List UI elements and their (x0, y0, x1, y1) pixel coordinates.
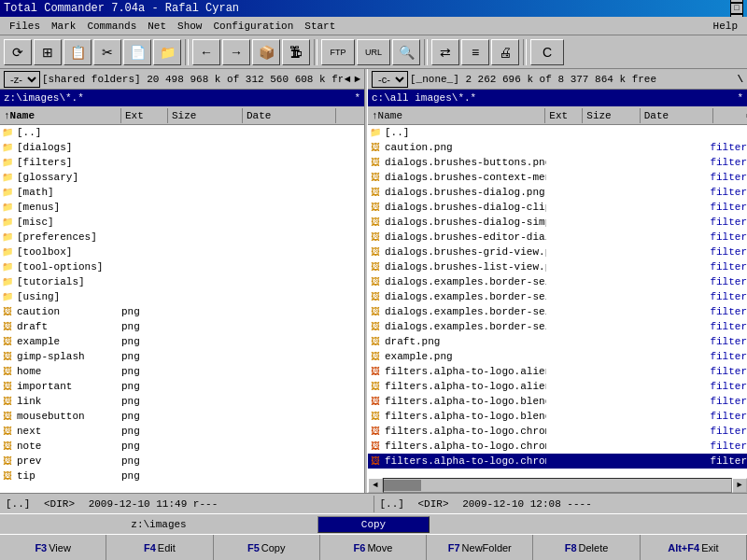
list-item[interactable]: 📁 [preferences] (0, 230, 364, 245)
list-item[interactable]: 📁 [toolbox] (0, 245, 364, 259)
toolbar-right[interactable]: → (222, 39, 250, 65)
right-col-date-header[interactable]: Date (641, 108, 714, 123)
list-item[interactable]: 🖼 draft.png filter (368, 334, 747, 349)
list-item[interactable]: 🖼 filters.alpha-to-logo.chrome-offs100.j… (368, 439, 747, 454)
list-item[interactable]: 🖼 dialogs.brushes-context-menu.png filte… (368, 170, 747, 185)
toolbar-print[interactable]: 🖨 (491, 39, 519, 65)
list-item[interactable]: 🖼 filters.alpha-to-logo.alien-neon-optio… (368, 379, 747, 394)
scroll-right-arrow[interactable]: ► (732, 478, 747, 493)
list-item[interactable]: 🖼 caution png (0, 304, 364, 319)
list-item[interactable]: 🖼 filters.alpha-to-logo.chrome.jpg filte… (368, 424, 747, 439)
toolbar-back[interactable]: ⟳ (4, 39, 32, 65)
list-item[interactable]: 🖼 gimp-splash png (0, 349, 364, 364)
list-item[interactable]: 🖼 filters.alpha-to-logo.blended.jpg filt… (368, 394, 747, 409)
fkey-delete-button[interactable]: F8Delete (533, 535, 640, 560)
help-button[interactable]: Help (708, 19, 743, 34)
list-item[interactable]: 🖼 example png (0, 334, 364, 349)
scroll-thumb[interactable] (384, 480, 421, 491)
list-item[interactable]: 🖼 dialogs.brushes-editor-dialog.png filt… (368, 230, 747, 245)
list-item[interactable]: 🖼 tip png (0, 469, 364, 483)
list-item[interactable]: 🖼 dialogs.examples.border-selection-lock… (368, 319, 747, 334)
list-item[interactable]: 🖼 draft png (0, 319, 364, 334)
list-item[interactable]: 🖼 dialogs.examples.border-selection-lock… (368, 304, 747, 319)
list-item[interactable]: 🖼 dialogs.brushes-dialog-simple.png filt… (368, 215, 747, 230)
list-item[interactable]: 🖼 mousebutton png (0, 409, 364, 424)
right-h-scrollbar[interactable]: ◄ ► (368, 478, 747, 493)
list-item[interactable]: 🖼 filters.alpha-to-logo.chrome-offs25.jp… (368, 454, 747, 469)
list-item[interactable]: 🖼 link png (0, 394, 364, 409)
menu-start[interactable]: Start (299, 19, 341, 34)
list-item[interactable]: 🖼 next png (0, 424, 364, 439)
fkey-view-button[interactable]: F3View (0, 535, 106, 560)
list-item[interactable]: 📁 [glossary] (0, 170, 364, 185)
toolbar-grid[interactable]: ⊞ (34, 39, 62, 65)
list-item[interactable]: 📁 [math] (0, 185, 364, 200)
list-item[interactable]: 📁 [misc] (0, 215, 364, 230)
left-file-list[interactable]: 📁 [..] 📁 [dialogs] 📁 [filters] 📁 [glossa… (0, 125, 364, 493)
list-item[interactable]: 🖼 dialogs.brushes-buttons.png filter (368, 155, 747, 170)
list-item[interactable]: 🖼 caution.png filter (368, 140, 747, 155)
toolbar-copy[interactable]: 📋 (63, 39, 92, 65)
left-col-ext-header[interactable]: Ext (121, 108, 168, 123)
right-col-size-header[interactable]: Size (583, 108, 640, 123)
list-item[interactable]: 🖼 important png (0, 379, 364, 394)
left-drive-select[interactable]: -z- (4, 71, 40, 88)
toolbar-url[interactable]: URL (357, 39, 390, 65)
list-item[interactable]: 📁 [tutorials] (0, 274, 364, 289)
toolbar-new[interactable]: 📄 (123, 39, 151, 65)
toolbar-refresh[interactable]: C (530, 39, 564, 65)
right-path-star[interactable]: * (737, 92, 743, 104)
scroll-left-arrow[interactable]: ◄ (368, 478, 383, 493)
toolbar-pack[interactable]: 📦 (252, 39, 280, 65)
list-item[interactable]: 📁 [..] (0, 125, 364, 140)
right-col-extra-header[interactable] (713, 114, 747, 118)
list-item[interactable]: 🖼 filters.alpha-to-logo.blended-options.… (368, 409, 747, 424)
menu-commands[interactable]: Commands (81, 19, 142, 34)
left-nav-right[interactable]: ► (354, 74, 360, 85)
right-drive-select[interactable]: -c- (372, 71, 408, 88)
list-item[interactable]: 🖼 filters.alpha-to-logo.alien-neon.jpg f… (368, 364, 747, 379)
list-item[interactable]: 🖼 dialogs.brushes-list-view.png filter (368, 259, 747, 274)
fkey-move-button[interactable]: F6Move (320, 535, 427, 560)
list-item[interactable]: 🖼 dialogs.brushes-grid-view.png filter (368, 245, 747, 259)
toolbar-compare[interactable]: ≡ (461, 39, 489, 65)
menu-mark[interactable]: Mark (46, 19, 81, 34)
toolbar-left[interactable]: ← (192, 39, 220, 65)
left-nav-left[interactable]: ◄ (345, 74, 351, 85)
list-item[interactable]: 📁 [tool-options] (0, 259, 364, 274)
list-item[interactable]: 🖼 dialogs.examples.border-selection-02.p… (368, 289, 747, 304)
list-item[interactable]: 🖼 home png (0, 364, 364, 379)
copy-button[interactable]: Copy (317, 516, 430, 533)
list-item[interactable]: 🖼 dialogs.brushes-dialog.png filter (368, 185, 747, 200)
toolbar-find[interactable]: 🔍 (392, 39, 420, 65)
maximize-button[interactable]: □ (730, 3, 743, 14)
list-item[interactable]: 📁 [menus] (0, 200, 364, 215)
list-item[interactable]: 🖼 dialogs.examples.border-selection-01.p… (368, 274, 747, 289)
left-col-name-header[interactable]: ↑Name (0, 108, 121, 123)
toolbar-cut[interactable]: ✂ (93, 39, 121, 65)
list-item[interactable]: 🖼 example.png filter (368, 349, 747, 364)
left-col-size-header[interactable]: Size (168, 108, 243, 123)
fkey-exit-button[interactable]: Alt+F4Exit (641, 535, 747, 560)
left-col-date-header[interactable]: Date (243, 108, 336, 123)
toolbar-unpack[interactable]: 🗜 (282, 39, 310, 65)
right-file-list[interactable]: 📁 [..] 🖼 caution.png filter 🖼 dialogs.br… (368, 125, 747, 478)
fkey-edit-button[interactable]: F4Edit (106, 535, 213, 560)
list-item[interactable]: 🖼 note png (0, 439, 364, 454)
list-item[interactable]: 📁 [filters] (0, 155, 364, 170)
menu-files[interactable]: Files (4, 19, 46, 34)
list-item[interactable]: 📁 [dialogs] (0, 140, 364, 155)
toolbar-ftp[interactable]: FTP (321, 39, 355, 65)
right-col-name-header[interactable]: ↑Name (368, 108, 545, 123)
list-item[interactable]: 📁 [..] (368, 125, 747, 140)
menu-show[interactable]: Show (172, 19, 207, 34)
fkey-copy-button[interactable]: F5Copy (214, 535, 320, 560)
list-item[interactable]: 📁 [using] (0, 289, 364, 304)
toolbar-folder[interactable]: 📁 (153, 39, 181, 65)
list-item[interactable]: 🖼 dialogs.brushes-dialog-clipboard.png f… (368, 200, 747, 215)
left-path-star[interactable]: * (354, 92, 360, 104)
menu-net[interactable]: Net (142, 19, 172, 34)
list-item[interactable]: 🖼 prev png (0, 454, 364, 469)
right-col-ext-header[interactable]: Ext (545, 108, 583, 123)
toolbar-sync[interactable]: ⇄ (431, 39, 459, 65)
